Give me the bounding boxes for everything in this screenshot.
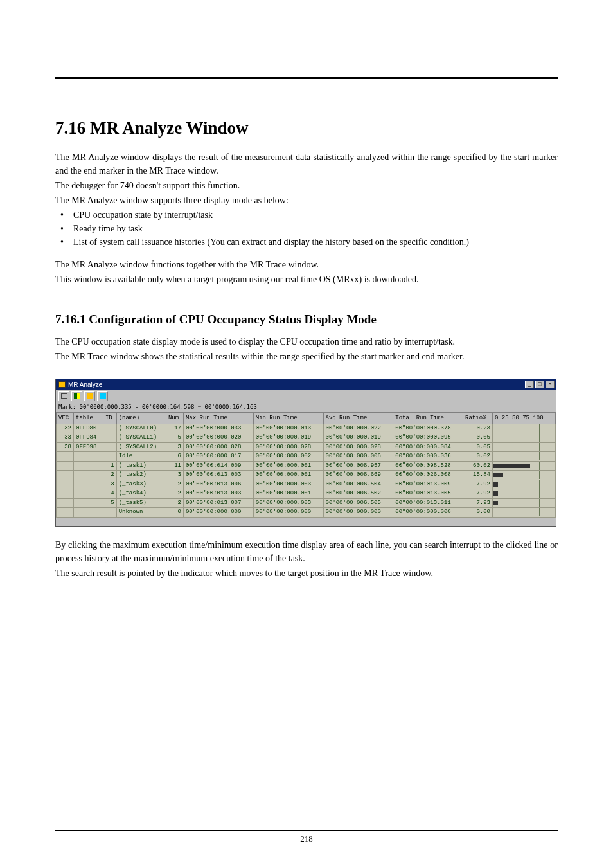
cell[interactable]: 00"00'00:000.378 [393, 424, 463, 433]
cell[interactable]: 5 [103, 498, 116, 508]
cell[interactable]: 0.05 [463, 442, 493, 452]
cell[interactable]: 00"00'00:006.502 [323, 489, 393, 499]
cell[interactable]: 7.93 [463, 498, 493, 508]
cell[interactable]: 00"00'00:000.036 [393, 452, 463, 462]
col-avg[interactable]: Avg Run Time [323, 413, 393, 424]
cell[interactable]: 32 [57, 424, 74, 433]
bar-cell[interactable] [493, 452, 556, 462]
table-row[interactable]: 4(_task4)200"00'00:013.00300"00'00:000.0… [57, 489, 556, 499]
cell[interactable]: 3 [166, 442, 183, 452]
cell[interactable]: 17 [166, 424, 183, 433]
cell[interactable]: 2 [166, 498, 183, 508]
cell[interactable] [74, 461, 103, 471]
cell[interactable]: Idle [116, 452, 166, 462]
cell[interactable]: 3 [166, 471, 183, 480]
cell[interactable]: 00"00'00:026.008 [393, 471, 463, 480]
cell[interactable]: 00"00'00:000.033 [183, 424, 253, 433]
cell[interactable]: 3 [103, 480, 116, 489]
cell[interactable]: 0.02 [463, 452, 493, 462]
cell[interactable]: ( SYSCALL0) [116, 424, 166, 433]
col-total[interactable]: Total Run Time [393, 413, 463, 424]
col-name[interactable]: (name) [116, 413, 166, 424]
cell[interactable]: Unknown [116, 508, 166, 518]
cell[interactable] [103, 452, 116, 462]
table-row[interactable]: 5(_task5)200"00'00:013.00700"00'00:000.0… [57, 498, 556, 508]
cell[interactable]: (_task5) [116, 498, 166, 508]
cell[interactable]: 00"00'00:013.006 [183, 480, 253, 489]
cell[interactable]: 0FFD80 [74, 424, 103, 433]
bar-cell[interactable] [493, 480, 556, 489]
cell[interactable]: 00"00'00:000.028 [183, 442, 253, 452]
table-row[interactable]: 1(_task1)1100"00'00:014.00900"00'00:000.… [57, 461, 556, 471]
bar-cell[interactable] [493, 461, 556, 471]
cell[interactable]: 00"00'00:000.002 [253, 452, 323, 462]
toolbar-btn-1[interactable] [58, 391, 69, 401]
col-vec[interactable]: VEC [57, 413, 74, 424]
cell[interactable]: 00"00'00:014.009 [183, 461, 253, 471]
cell[interactable]: (_task4) [116, 489, 166, 499]
cell[interactable]: 00"00'00:006.504 [323, 480, 393, 489]
cell[interactable]: (_task2) [116, 471, 166, 480]
cell[interactable]: 00"00'00:008.957 [323, 461, 393, 471]
cell[interactable] [57, 489, 74, 499]
minimize-button[interactable]: _ [525, 381, 534, 388]
col-bar[interactable]: 0 25 50 75 100 [493, 413, 556, 424]
bar-cell[interactable] [493, 442, 556, 452]
cell[interactable]: 15.84 [463, 471, 493, 480]
cell[interactable]: 00"00'00:000.001 [253, 471, 323, 480]
table-row[interactable]: 3(_task3)200"00'00:013.00600"00'00:000.0… [57, 480, 556, 489]
maximize-button[interactable]: □ [535, 381, 544, 388]
cell[interactable]: 0FFD84 [74, 433, 103, 443]
cell[interactable]: 0.05 [463, 433, 493, 443]
cell[interactable]: 00"00'00:000.084 [393, 442, 463, 452]
table-row[interactable]: 380FFD98( SYSCALL2)300"00'00:000.02800"0… [57, 442, 556, 452]
cell[interactable]: 2 [103, 471, 116, 480]
cell[interactable]: 00"00'00:000.020 [183, 433, 253, 443]
cell[interactable]: 0 [166, 508, 183, 518]
window-title-bar[interactable]: MR Analyze _ □ × [56, 379, 556, 390]
toolbar-btn-4[interactable] [97, 391, 108, 401]
cell[interactable]: 00"00'00:000.000 [393, 508, 463, 518]
cell[interactable]: 6 [166, 452, 183, 462]
cell[interactable]: 00"00'00:000.095 [393, 433, 463, 443]
cell[interactable] [57, 480, 74, 489]
cell[interactable]: 1 [103, 461, 116, 471]
cell[interactable]: 0.23 [463, 424, 493, 433]
cell[interactable] [74, 489, 103, 499]
cell[interactable] [57, 452, 74, 462]
cell[interactable]: 00"00'00:013.003 [183, 489, 253, 499]
cell[interactable]: 00"00'00:000.003 [253, 480, 323, 489]
bar-cell[interactable] [493, 433, 556, 443]
cell[interactable]: 0FFD98 [74, 442, 103, 452]
cell[interactable]: 00"00'00:000.000 [183, 508, 253, 518]
cell[interactable]: 00"00'00:000.022 [323, 424, 393, 433]
cell[interactable] [74, 471, 103, 480]
cell[interactable]: 2 [166, 489, 183, 499]
cell[interactable]: 7.92 [463, 480, 493, 489]
col-table[interactable]: table [74, 413, 103, 424]
table-row[interactable]: Unknown000"00'00:000.00000"00'00:000.000… [57, 508, 556, 518]
cell[interactable] [74, 480, 103, 489]
bar-cell[interactable] [493, 498, 556, 508]
cell[interactable] [103, 424, 116, 433]
cell[interactable] [103, 433, 116, 443]
cell[interactable]: 38 [57, 442, 74, 452]
cell[interactable]: 00"00'00:006.505 [323, 498, 393, 508]
close-button[interactable]: × [546, 381, 555, 388]
cell[interactable]: 00"00'00:013.011 [393, 498, 463, 508]
cell[interactable] [103, 442, 116, 452]
col-ratio[interactable]: Ratio% [463, 413, 493, 424]
cell[interactable]: 00"00'00:013.009 [393, 480, 463, 489]
cell[interactable] [74, 452, 103, 462]
cell[interactable]: (_task1) [116, 461, 166, 471]
cell[interactable] [74, 498, 103, 508]
cell[interactable]: 00"00'00:000.000 [323, 508, 393, 518]
cell[interactable] [57, 498, 74, 508]
bar-cell[interactable] [493, 508, 556, 518]
cell[interactable] [57, 508, 74, 518]
cell[interactable] [57, 471, 74, 480]
table-row[interactable]: 330FFD84( SYSCALL1)500"00'00:000.02000"0… [57, 433, 556, 443]
col-max[interactable]: Max Run Time [183, 413, 253, 424]
cell[interactable] [74, 508, 103, 518]
cell[interactable]: 00"00'00:000.006 [323, 452, 393, 462]
